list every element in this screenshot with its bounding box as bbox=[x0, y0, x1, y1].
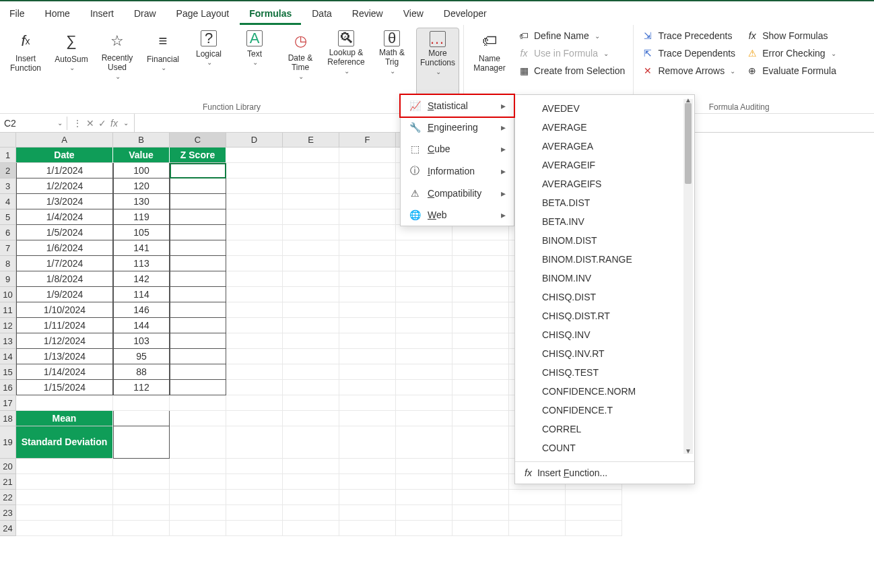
name-manager-button[interactable]: 🏷 Name Manager bbox=[468, 28, 511, 101]
function-item[interactable]: CONFIDENCE.NORM bbox=[515, 382, 694, 401]
cell[interactable] bbox=[170, 271, 226, 287]
cell[interactable] bbox=[226, 349, 283, 364]
row-header[interactable]: 15 bbox=[0, 364, 16, 380]
cell[interactable] bbox=[452, 459, 509, 474]
cell[interactable] bbox=[396, 302, 452, 318]
cell[interactable] bbox=[566, 505, 622, 521]
cell[interactable] bbox=[170, 490, 226, 505]
cell[interactable] bbox=[226, 490, 283, 505]
cell[interactable]: 1/7/2024 bbox=[16, 256, 113, 271]
cell[interactable]: 144 bbox=[113, 318, 170, 333]
cell[interactable] bbox=[283, 349, 339, 364]
column-header[interactable]: D bbox=[226, 133, 283, 148]
scroll-down-icon[interactable]: ▼ bbox=[683, 447, 693, 457]
cell[interactable] bbox=[226, 459, 283, 474]
cell[interactable] bbox=[226, 256, 283, 271]
cell[interactable] bbox=[339, 380, 396, 395]
cell[interactable] bbox=[339, 271, 396, 287]
function-item[interactable]: COUNT bbox=[515, 438, 694, 457]
cell[interactable]: Value bbox=[113, 148, 170, 163]
cell[interactable]: 1/4/2024 bbox=[16, 209, 113, 225]
cell[interactable]: 1/12/2024 bbox=[16, 333, 113, 349]
row-header[interactable]: 17 bbox=[0, 395, 16, 411]
cell[interactable] bbox=[339, 256, 396, 271]
cell[interactable] bbox=[283, 148, 339, 163]
function-item[interactable]: AVERAGEA bbox=[515, 137, 694, 156]
cell[interactable] bbox=[226, 240, 283, 256]
cell[interactable] bbox=[226, 178, 283, 194]
cell[interactable]: 146 bbox=[113, 302, 170, 318]
cell[interactable] bbox=[452, 318, 509, 333]
cell[interactable]: 114 bbox=[113, 287, 170, 302]
cell[interactable] bbox=[170, 411, 226, 426]
cell[interactable] bbox=[170, 395, 226, 411]
cell[interactable]: 112 bbox=[113, 380, 170, 395]
function-item[interactable]: CHISQ.INV bbox=[515, 325, 694, 344]
cell[interactable] bbox=[226, 395, 283, 411]
cell[interactable] bbox=[339, 148, 396, 163]
cell[interactable] bbox=[226, 426, 283, 459]
cell[interactable] bbox=[170, 194, 226, 209]
cell[interactable] bbox=[452, 411, 509, 426]
cell[interactable] bbox=[283, 163, 339, 178]
column-header[interactable]: E bbox=[283, 133, 339, 148]
tab-developer[interactable]: Developer bbox=[434, 4, 496, 25]
cell[interactable] bbox=[226, 411, 283, 426]
cell[interactable] bbox=[452, 364, 509, 380]
cell[interactable] bbox=[396, 395, 452, 411]
cell[interactable] bbox=[396, 505, 452, 521]
cell[interactable] bbox=[452, 333, 509, 349]
menu-item-statistical[interactable]: 📈Statistical▸ bbox=[399, 94, 515, 118]
cell[interactable] bbox=[283, 225, 339, 240]
cell[interactable] bbox=[170, 302, 226, 318]
cell[interactable] bbox=[396, 271, 452, 287]
cell[interactable]: 1/11/2024 bbox=[16, 318, 113, 333]
cell[interactable] bbox=[339, 178, 396, 194]
cell[interactable] bbox=[113, 411, 170, 426]
row-header[interactable]: 8 bbox=[0, 256, 16, 271]
cell[interactable] bbox=[339, 163, 396, 178]
cell[interactable] bbox=[396, 426, 452, 459]
menu-item-information[interactable]: ⓘInformation▸ bbox=[401, 160, 514, 183]
cell[interactable] bbox=[339, 225, 396, 240]
menu-item-web[interactable]: 🌐Web▸ bbox=[401, 204, 514, 226]
column-header[interactable]: F bbox=[339, 133, 396, 148]
function-item[interactable]: BETA.DIST bbox=[515, 193, 694, 212]
cell[interactable] bbox=[170, 521, 226, 536]
cell[interactable]: 88 bbox=[113, 364, 170, 380]
cell[interactable] bbox=[396, 333, 452, 349]
cell[interactable] bbox=[113, 395, 170, 411]
function-item[interactable]: BINOM.DIST.RANGE bbox=[515, 250, 694, 269]
cell[interactable]: 95 bbox=[113, 349, 170, 364]
cell[interactable] bbox=[339, 209, 396, 225]
cell[interactable] bbox=[283, 287, 339, 302]
cell[interactable] bbox=[283, 333, 339, 349]
row-header[interactable]: 13 bbox=[0, 333, 16, 349]
function-item[interactable]: CONFIDENCE.T bbox=[515, 401, 694, 420]
cell[interactable] bbox=[396, 349, 452, 364]
row-header[interactable]: 12 bbox=[0, 318, 16, 333]
cell[interactable]: 105 bbox=[113, 225, 170, 240]
cell[interactable]: Mean bbox=[16, 411, 113, 426]
cell[interactable] bbox=[339, 364, 396, 380]
function-item[interactable]: BINOM.DIST bbox=[515, 231, 694, 250]
cell[interactable] bbox=[283, 240, 339, 256]
date-time-button[interactable]: ◷ Date & Time⌄ bbox=[279, 28, 322, 101]
function-item[interactable]: CHISQ.DIST bbox=[515, 288, 694, 306]
cell[interactable] bbox=[396, 364, 452, 380]
cell[interactable] bbox=[452, 490, 509, 505]
cell[interactable] bbox=[339, 302, 396, 318]
cell[interactable]: 100 bbox=[113, 163, 170, 178]
cell[interactable] bbox=[113, 505, 170, 521]
cell[interactable]: Standard Deviation bbox=[16, 426, 113, 459]
column-header[interactable]: A bbox=[16, 133, 113, 148]
cell[interactable] bbox=[283, 426, 339, 459]
cell[interactable] bbox=[283, 459, 339, 474]
create-from-selection-button[interactable]: ▦Create from Selection bbox=[514, 63, 629, 79]
cell[interactable]: 1/1/2024 bbox=[16, 163, 113, 178]
row-header[interactable]: 2 bbox=[0, 163, 16, 178]
cell[interactable] bbox=[170, 287, 226, 302]
cell[interactable] bbox=[226, 521, 283, 536]
cell[interactable] bbox=[170, 225, 226, 240]
financial-button[interactable]: ≡ Financial⌄ bbox=[141, 28, 184, 101]
